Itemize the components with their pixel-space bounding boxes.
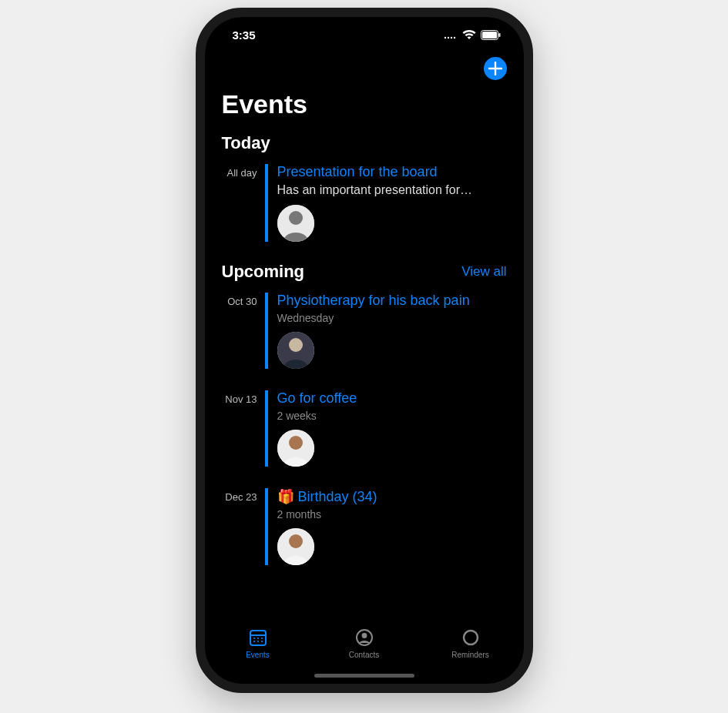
event-content: Physiotherapy for his back pain Wednesda… [265,293,470,369]
calendar-icon [248,627,268,648]
svg-point-20 [253,641,254,642]
tab-label: Contacts [349,651,379,659]
wifi-icon [462,30,476,40]
screen: 3:35 [205,17,524,684]
event-title[interactable]: Go for coffee [277,390,357,407]
side-button [196,179,196,225]
event-date: Dec 23 [222,488,265,565]
contact-avatar[interactable] [277,430,314,467]
svg-point-17 [253,638,254,639]
cellular-icon [444,30,458,39]
svg-point-14 [289,534,303,548]
section-header-upcoming: Upcoming View all [205,259,524,288]
svg-point-22 [260,641,262,642]
contacts-icon [354,627,374,648]
event-title[interactable]: Presentation for the board [277,164,472,180]
add-event-button[interactable] [484,57,507,80]
svg-point-10 [289,338,303,352]
phone-frame: 3:35 [196,8,533,693]
status-time: 3:35 [233,28,256,42]
contact-avatar[interactable] [277,332,314,369]
side-button [532,186,533,256]
svg-point-24 [361,633,367,638]
tab-label: Events [246,651,270,659]
event-date: Oct 30 [222,293,265,369]
view-all-link[interactable]: View all [461,264,506,280]
svg-point-0 [444,37,445,38]
reminders-icon [461,627,481,648]
section-header-today: Today [205,130,524,159]
event-subtitle: 2 weeks [277,410,357,422]
page-title: Events [205,85,524,130]
home-indicator[interactable] [314,674,414,678]
status-indicators [444,30,501,40]
event-content: Go for coffee 2 weeks [265,390,357,467]
svg-point-3 [453,37,455,38]
event-row[interactable]: Nov 13 Go for coffee 2 weeks [205,386,524,484]
contact-avatar[interactable] [277,205,314,242]
svg-point-1 [447,37,448,38]
event-subtitle: Has an important presentation for… [277,183,472,197]
svg-point-8 [289,211,303,225]
plus-icon [488,62,502,75]
section-title-today: Today [222,133,270,153]
event-date: Nov 13 [222,390,265,467]
svg-point-18 [257,638,258,639]
svg-point-19 [260,638,262,639]
svg-point-25 [464,631,478,644]
section-title-upcoming: Upcoming [222,262,305,282]
avatar-placeholder-icon [277,332,314,369]
tab-contacts[interactable]: Contacts [334,627,395,659]
svg-rect-6 [498,33,500,37]
event-content: Presentation for the board Has an import… [265,164,472,242]
event-row[interactable]: Dec 23 🎁 Birthday (34) 2 months [205,484,524,582]
event-row[interactable]: All day Presentation for the board Has a… [205,159,524,259]
event-content: 🎁 Birthday (34) 2 months [265,488,377,565]
avatar-placeholder-icon [277,430,314,467]
svg-point-12 [289,436,303,450]
tab-reminders[interactable]: Reminders [440,627,502,659]
tab-label: Reminders [451,651,488,659]
event-row[interactable]: Oct 30 Physiotherapy for his back pain W… [205,288,524,386]
avatar-placeholder-icon [277,528,314,565]
event-subtitle: Wednesday [277,312,470,324]
event-title[interactable]: Physiotherapy for his back pain [277,293,470,309]
battery-icon [481,30,501,40]
event-subtitle: 2 months [277,508,377,521]
avatar-placeholder-icon [277,205,314,242]
contact-avatar[interactable] [277,528,314,565]
svg-rect-5 [482,32,497,38]
side-button [196,132,196,159]
tab-events[interactable]: Events [227,627,289,659]
notch [291,17,438,40]
topbar [205,52,524,85]
event-title[interactable]: 🎁 Birthday (34) [277,488,377,505]
side-button [196,236,196,283]
event-date: All day [222,164,265,242]
svg-point-2 [450,37,451,38]
svg-point-21 [257,641,258,642]
